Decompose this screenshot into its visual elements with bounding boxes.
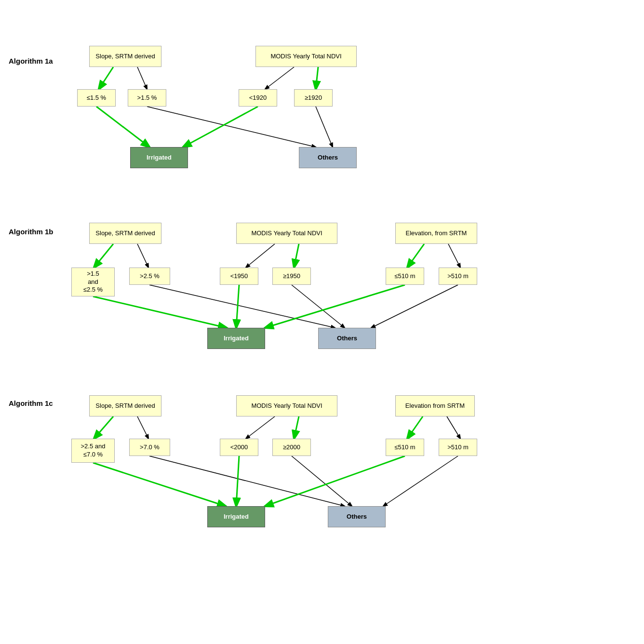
node-1c-elev-high: >510 m <box>439 439 477 456</box>
node-1a-ndvi-low: <1920 <box>239 89 277 107</box>
svg-line-18 <box>265 285 405 328</box>
svg-line-1 <box>137 67 147 89</box>
svg-line-27 <box>149 456 345 506</box>
node-1b-elev-low: ≤510 m <box>386 268 424 285</box>
node-1c-irrigated: Irrigated <box>207 506 265 527</box>
node-1b-slope-low: >1.5 and ≤2.5 % <box>71 268 115 296</box>
node-1c-elev-low: ≤510 m <box>386 439 424 456</box>
diagram-container: Algorithm 1a Slope, SRTM derived MODIS Y… <box>0 0 644 644</box>
node-1b-irrigated: Irrigated <box>207 328 265 349</box>
svg-line-25 <box>447 416 460 439</box>
svg-line-14 <box>93 296 227 328</box>
svg-line-9 <box>137 244 148 268</box>
node-1c-ndvi-high: ≥2000 <box>272 439 311 456</box>
svg-line-2 <box>265 67 294 89</box>
svg-line-20 <box>94 416 113 439</box>
node-1b-ndvi-low: <1950 <box>220 268 258 285</box>
node-1b-ndvi-high: ≥1950 <box>272 268 311 285</box>
svg-line-26 <box>93 463 226 506</box>
svg-line-10 <box>246 244 275 268</box>
node-1b-elev-high: >510 m <box>439 268 477 285</box>
svg-line-15 <box>149 285 335 328</box>
svg-line-24 <box>407 416 423 439</box>
node-1a-slope: Slope, SRTM derived <box>89 46 161 67</box>
node-1b-slope: Slope, SRTM derived <box>89 223 161 244</box>
svg-line-7 <box>316 107 333 147</box>
svg-line-3 <box>316 67 318 89</box>
algo-1b-label: Algorithm 1b <box>9 228 54 236</box>
node-1b-elev: Elevation, from SRTM <box>395 223 477 244</box>
node-1b-slope-high: >2.5 % <box>129 268 170 285</box>
algo-1c-label: Algorithm 1c <box>9 399 53 407</box>
node-1a-ndvi: MODIS Yearly Total NDVI <box>255 46 357 67</box>
node-1a-slope-high: >1.5 % <box>128 89 166 107</box>
svg-line-21 <box>137 416 148 439</box>
node-1c-ndvi: MODIS Yearly Total NDVI <box>236 395 337 416</box>
svg-line-8 <box>94 244 113 268</box>
node-1a-slope-low: ≤1.5 % <box>77 89 116 107</box>
node-1c-slope-low: >2.5 and ≤7.0 % <box>71 439 115 463</box>
svg-line-23 <box>294 416 299 439</box>
node-1a-others: Others <box>299 147 357 168</box>
svg-line-16 <box>236 285 239 328</box>
svg-line-19 <box>371 285 458 328</box>
node-1c-elev: Elevation from SRTM <box>395 395 475 416</box>
svg-line-11 <box>294 244 299 268</box>
svg-line-13 <box>448 244 460 268</box>
node-1a-irrigated: Irrigated <box>130 147 188 168</box>
node-1a-ndvi-high: ≥1920 <box>294 89 333 107</box>
svg-line-5 <box>147 107 316 147</box>
svg-line-31 <box>383 456 458 506</box>
node-1b-ndvi: MODIS Yearly Total NDVI <box>236 223 337 244</box>
svg-line-28 <box>236 456 239 506</box>
node-1c-slope: Slope, SRTM derived <box>89 395 161 416</box>
svg-line-17 <box>292 285 345 328</box>
svg-line-29 <box>292 456 352 506</box>
node-1b-others: Others <box>318 328 376 349</box>
svg-line-22 <box>246 416 275 439</box>
svg-line-12 <box>407 244 424 268</box>
node-1c-others: Others <box>328 506 386 527</box>
svg-line-6 <box>183 107 258 147</box>
svg-line-4 <box>96 107 149 147</box>
svg-line-30 <box>265 456 405 506</box>
node-1c-slope-high: >7.0 % <box>129 439 170 456</box>
node-1c-ndvi-low: <2000 <box>220 439 258 456</box>
algo-1a-label: Algorithm 1a <box>9 57 53 65</box>
svg-line-0 <box>99 67 113 89</box>
